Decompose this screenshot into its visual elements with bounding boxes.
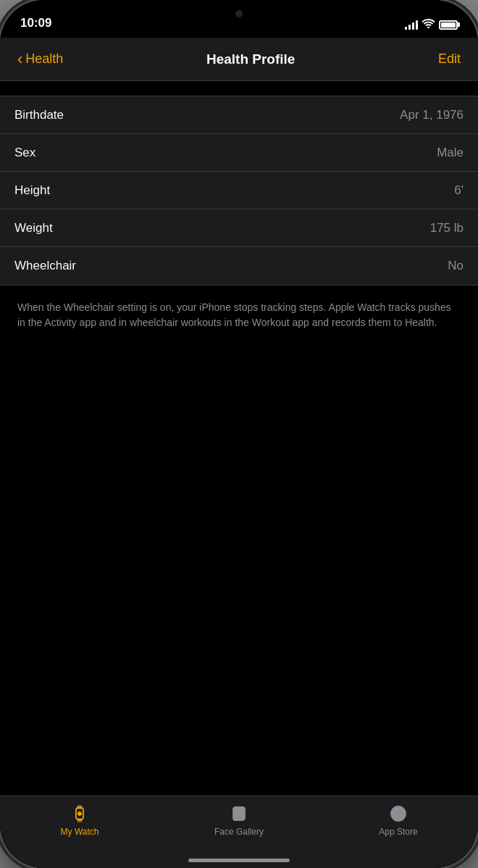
content-area: Birthdate Apr 1, 1976 Sex Male Height 6′…: [0, 81, 478, 796]
phone-frame: 10:09 ‹: [0, 0, 478, 868]
row-label-sex: Sex: [14, 146, 35, 160]
tab-face-gallery-label: Face Gallery: [214, 827, 264, 837]
nav-back-button[interactable]: ‹ Health: [17, 50, 63, 69]
table-row: Height 6′: [0, 172, 478, 209]
row-value-sex: Male: [437, 146, 464, 160]
health-profile-table: Birthdate Apr 1, 1976 Sex Male Height 6′…: [0, 96, 478, 285]
table-row: Weight 175 lb: [0, 209, 478, 247]
svg-point-5: [235, 811, 238, 813]
screen: 10:09 ‹: [0, 0, 478, 868]
row-value-height: 6′: [454, 183, 464, 198]
wheelchair-footer-text: When the Wheelchair setting is on, your …: [0, 285, 478, 345]
table-row: Birthdate Apr 1, 1976: [0, 96, 478, 134]
tab-app-store-label: App Store: [379, 827, 417, 837]
row-value-weight: 175 lb: [430, 221, 464, 235]
home-indicator: [188, 859, 290, 862]
tab-my-watch-label: My Watch: [61, 827, 99, 837]
row-value-wheelchair: No: [448, 259, 464, 273]
row-label-wheelchair: Wheelchair: [14, 259, 76, 273]
tab-bar: My Watch Face Gallery A: [0, 796, 478, 868]
svg-rect-1: [77, 806, 82, 809]
status-time: 10:09: [20, 16, 51, 32]
app-store-icon: A: [388, 804, 408, 824]
wifi-icon: [422, 19, 435, 30]
nav-bar: ‹ Health Health Profile Edit: [0, 38, 478, 81]
row-label-weight: Weight: [14, 221, 53, 235]
signal-bars: [405, 20, 418, 30]
svg-rect-4: [233, 807, 245, 820]
face-gallery-icon: [229, 804, 249, 824]
table-row: Sex Male: [0, 134, 478, 172]
signal-bar-2: [408, 25, 411, 30]
svg-text:A: A: [395, 809, 402, 819]
sensor-dot: [235, 10, 243, 17]
row-label-height: Height: [14, 183, 50, 198]
tab-app-store[interactable]: A App Store: [319, 804, 478, 837]
nav-title: Health Profile: [206, 51, 295, 67]
nav-back-label: Health: [25, 51, 63, 67]
signal-bar-4: [416, 20, 418, 30]
row-value-birthdate: Apr 1, 1976: [400, 108, 464, 122]
row-label-birthdate: Birthdate: [14, 108, 64, 122]
nav-edit-button[interactable]: Edit: [438, 51, 461, 67]
status-icons: [405, 19, 458, 32]
notch: [163, 0, 315, 25]
my-watch-icon: [70, 804, 90, 824]
signal-bar-1: [405, 27, 407, 30]
signal-bar-3: [412, 22, 414, 30]
table-row: Wheelchair No: [0, 247, 478, 285]
back-chevron-icon: ‹: [17, 50, 22, 69]
svg-point-3: [78, 812, 82, 816]
battery-icon: [439, 20, 458, 30]
svg-rect-2: [77, 819, 82, 822]
tab-my-watch[interactable]: My Watch: [0, 804, 159, 837]
tab-face-gallery[interactable]: Face Gallery: [159, 804, 319, 837]
battery-fill: [441, 22, 456, 28]
